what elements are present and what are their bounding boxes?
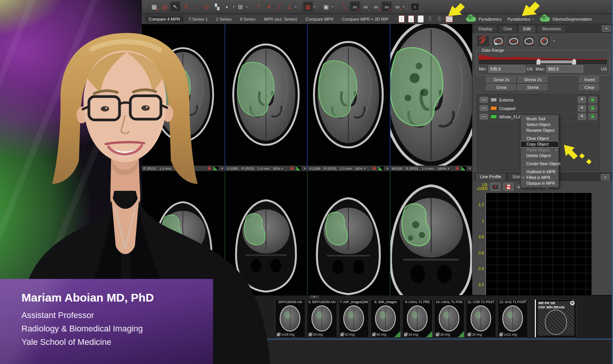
shrink-object-button[interactable]: —: [480, 97, 488, 103]
menu-item-rename-object[interactable]: Rename Object: [521, 128, 559, 133]
object-lock-button[interactable]: [588, 113, 597, 120]
export-accept-icon[interactable]: ↓: [408, 15, 414, 23]
tab-line-profile[interactable]: Line Profile: [475, 173, 506, 180]
dropdown-caret-icon[interactable]: ▼: [304, 167, 306, 170]
menu-item-brush-tool[interactable]: Brush Tool: [521, 116, 559, 122]
grow-object-button[interactable]: +: [578, 105, 586, 111]
panel-dropdown-button[interactable]: ▼: [602, 25, 611, 32]
menu-item-create-new-object[interactable]: Create New Object: [521, 161, 559, 167]
series-thumbnail[interactable]: 9: AXIAL T1 PRE28 img: [402, 299, 433, 338]
plugin-button-pyradiomics-0[interactable]: ⚙Pyradiomics: [464, 16, 503, 23]
overlay-swatch-icon[interactable]: [296, 166, 302, 171]
object-lock-button[interactable]: [588, 97, 597, 103]
data-range-selection[interactable]: [538, 61, 574, 63]
link-scroll-icon[interactable]: ∞✓: [350, 2, 360, 12]
viewport-top-4[interactable]: W:829R (ROI)1.0 mm184%▼▼: [390, 24, 472, 171]
object-lock-button[interactable]: [588, 105, 597, 111]
menu-item-outlined-in-mpr[interactable]: Outlined in MPR: [521, 169, 559, 175]
contour-tool-button[interactable]: [522, 35, 536, 47]
roi-mode[interactable]: R (ROI): [322, 166, 338, 171]
info-icon[interactable]: i: [411, 3, 419, 11]
link-annotations-icon[interactable]: ∞A: [382, 2, 392, 12]
link-auto-icon[interactable]: ∞a: [371, 2, 381, 11]
slider-handle-min[interactable]: [536, 59, 541, 65]
invert-button[interactable]: Invert: [579, 77, 600, 84]
export-discard-icon[interactable]: ↓: [398, 15, 405, 23]
series-thumbnail[interactable]: 8: SWI_Images60 img: [370, 299, 401, 338]
grow-object-button[interactable]: +: [578, 113, 586, 120]
tab-display[interactable]: Display: [474, 25, 497, 33]
layout-button-compare-mpr[interactable]: Compare MPR: [302, 15, 338, 23]
menu-separator: [522, 167, 557, 168]
report-icon[interactable]: [418, 15, 424, 23]
overlay-swatch-icon[interactable]: [461, 166, 467, 171]
microphone-icon[interactable]: [429, 16, 431, 20]
series-thumbnail[interactable]: 11: COR T1 POST29 img: [466, 299, 496, 338]
series-thumbnail[interactable]: 12: SAG T1 POST1x21 img⚐: [498, 299, 528, 338]
menu-item-paste-object[interactable]: Paste Object▸: [521, 147, 559, 153]
layout-button-compare-mpr-3d-mip[interactable]: Compare MPR + 3D MIP: [338, 15, 392, 23]
link-sync-icon[interactable]: ∞●: [393, 2, 402, 11]
dropdown-caret-icon[interactable]: ▼: [313, 6, 316, 8]
grow-2x-button[interactable]: Grow 2x: [486, 77, 517, 84]
roi-mode[interactable]: R (ROI): [404, 166, 420, 171]
shrink-2x-button[interactable]: Shrink 2x: [518, 77, 548, 84]
menu-item-select-object[interactable]: Select Object: [521, 122, 559, 128]
save-button[interactable]: [503, 183, 513, 191]
zoom-level[interactable]: 92%▼: [354, 166, 367, 171]
data-range-slider[interactable]: [479, 60, 607, 64]
dropdown-caret-icon[interactable]: ▼: [553, 40, 555, 42]
tab-structures[interactable]: Structures: [537, 25, 566, 33]
slice-thickness[interactable]: 1.0 mm: [420, 166, 436, 171]
shrink-object-button[interactable]: —: [480, 105, 488, 111]
draw-line-icon[interactable]: ╲: [339, 2, 349, 11]
dropdown-caret-icon[interactable]: ▼: [386, 167, 388, 170]
shrink-button[interactable]: Shrink: [518, 84, 548, 91]
series-thumbnail[interactable]: 7: mIP_Images(SW53 img: [339, 299, 369, 338]
dropdown-caret-icon[interactable]: ▼: [469, 167, 471, 170]
object-row-exterior[interactable]: —Exterior+: [479, 96, 598, 104]
dropdown-caret-icon[interactable]: ▼: [403, 6, 405, 8]
tab-cine[interactable]: Cine: [498, 25, 517, 33]
dropdown-caret-icon[interactable]: ▼: [331, 6, 334, 8]
roi-3d-brush-tool-button[interactable]: 3D: [492, 35, 505, 47]
clear-button[interactable]: Clear: [579, 84, 600, 91]
pin-icon[interactable]: ⚐: [524, 299, 527, 303]
grow-object-button[interactable]: +: [578, 97, 586, 103]
segment-wand-tool-button[interactable]: [476, 35, 490, 47]
line-profile-dropdown-button[interactable]: ▼: [601, 174, 610, 180]
pin-icon[interactable]: ⚐: [572, 299, 575, 303]
circle-brush-tool-button[interactable]: [538, 35, 551, 47]
menu-item-opaque-in-mpr[interactable]: Opaque in MPR: [521, 180, 559, 186]
plugin-button-gliomasegmentation-2[interactable]: ⚙GliomaSegmentation: [538, 16, 593, 23]
strip-collapse-handle[interactable]: ▼: [310, 295, 319, 298]
volume-3d-icon[interactable]: ▣: [321, 2, 331, 11]
line-profile-chart[interactable]: [485, 193, 592, 301]
menu-item-copy-object[interactable]: Copy Object: [521, 141, 559, 147]
shrink-object-button[interactable]: —: [480, 114, 488, 120]
patient-card[interactable]: MR PR SROSF MRI BRAINR⚐: [535, 299, 576, 338]
series-thumbnail[interactable]: 6: DIFFUSION AXI28 img: [307, 299, 337, 338]
menu-item-filled-in-mpr[interactable]: Filled in MPR✓: [521, 175, 559, 180]
lock-icon[interactable]: [373, 167, 376, 170]
overlay-swatch-icon[interactable]: [378, 166, 384, 171]
menu-item-clear-object[interactable]: Clear Object: [521, 136, 559, 141]
slice-thickness[interactable]: 1.0 mm: [338, 166, 354, 171]
roi-2d-brush-tool-button[interactable]: [507, 35, 520, 47]
lock-icon[interactable]: [456, 167, 459, 170]
max-input[interactable]: [546, 66, 583, 72]
menu-item-delete-object[interactable]: Delete Object: [521, 153, 559, 159]
grow-button[interactable]: Grow: [486, 84, 517, 91]
series-thumbnail[interactable]: 10: AXIAL T1 POS28 img: [434, 299, 464, 338]
object-row-cropped[interactable]: —Cropped+: [479, 104, 598, 113]
dropdown-caret-icon[interactable]: ▼: [295, 6, 297, 8]
slider-handle-max[interactable]: [572, 59, 576, 65]
microphone-2-icon[interactable]: [438, 16, 441, 20]
mpr-grid-layout-icon[interactable]: ▦: [303, 2, 313, 12]
viewport-top-3[interactable]: V:1169R (ROI)1.0 mm92%▼▼: [307, 24, 390, 171]
snapshot-button[interactable]: [490, 183, 500, 191]
tab-edit[interactable]: Edit: [518, 25, 536, 33]
zoom-level[interactable]: 184%▼: [436, 166, 452, 171]
min-input[interactable]: [488, 66, 525, 72]
link-series-icon[interactable]: ∞~: [361, 2, 370, 11]
